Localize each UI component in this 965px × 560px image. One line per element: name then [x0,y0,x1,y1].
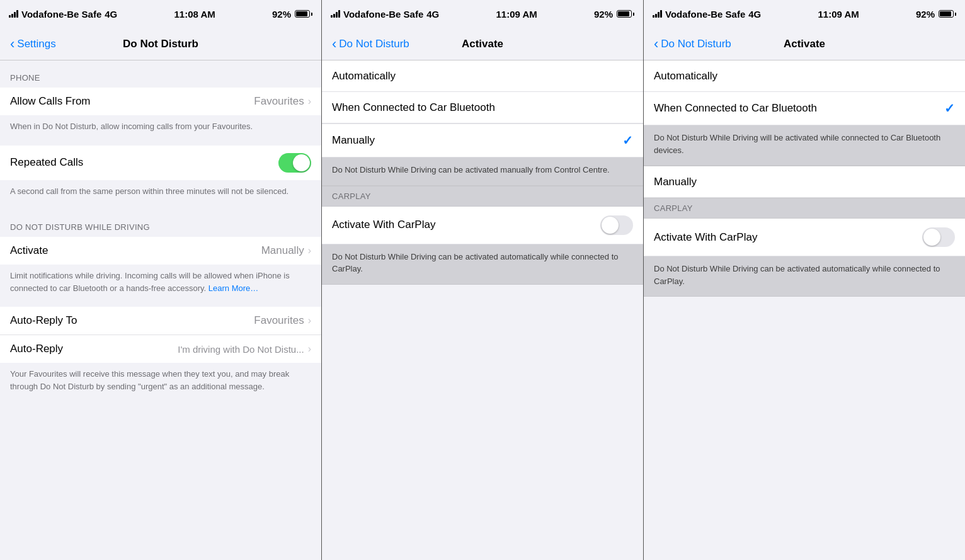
repeated-calls-desc: A second call from the same person withi… [0,180,321,210]
nav-title-2: Activate [462,38,503,50]
carplay-toggle-knob-2 [602,217,619,234]
auto-reply-label: Auto-Reply [10,343,63,355]
auto-reply-to-item[interactable]: Auto-Reply To Favourites › [0,307,321,335]
nav-bar-3: ‹ Do Not Disturb Activate [644,28,965,60]
signal-icon-2 [331,10,340,18]
back-label-3: Do Not Disturb [661,38,731,50]
screen1-content: PHONE Allow Calls From Favourites › When… [0,60,321,560]
carplay-label-3: Activate With CarPlay [654,231,757,244]
status-bar-2: Vodafone-Be Safe 4G 11:09 AM 92% [322,0,643,28]
carplay-desc-2: Do Not Disturb While Driving can be acti… [322,244,643,285]
options-list-3: Automatically When Connected to Car Blue… [644,60,965,125]
carrier-2: Vodafone-Be Safe [343,9,423,20]
status-bar-1: Vodafone-Be Safe 4G 11:08 AM 92% [0,0,321,28]
nav-title-3: Activate [784,38,825,50]
carplay-group-3: Activate With CarPlay [644,219,965,256]
carplay-section-label-2: CARPLAY [322,186,643,207]
option-manually-label-2: Manually [332,134,375,147]
carplay-toggle-knob-3 [923,229,940,246]
allow-calls-item[interactable]: Allow Calls From Favourites › [0,88,321,115]
option-automatically-3[interactable]: Automatically [644,60,965,92]
activate-chevron: › [308,245,311,256]
dnd-driving-label: DO NOT DISTURB WHILE DRIVING [0,210,321,237]
auto-reply-chevron: › [308,343,311,355]
repeated-calls-group: Repeated Calls [0,146,321,180]
nav-bar-1: ‹ Settings Do Not Disturb [0,28,321,60]
allow-calls-desc: When in Do Not Disturb, allow incoming c… [0,115,321,146]
carplay-label-2: Activate With CarPlay [332,219,435,231]
network-type-2: 4G [426,9,439,20]
allow-calls-val-text: Favourites [254,95,304,108]
option-manually-2[interactable]: Manually ✓ [322,124,643,157]
allow-calls-value: Favourites › [254,95,311,108]
network-type-1: 4G [105,9,117,20]
auto-reply-value: I'm driving with Do Not Distu... › [178,343,311,355]
battery-icon-3 [939,10,956,18]
auto-reply-group: Auto-Reply To Favourites › Auto-Reply I'… [0,307,321,363]
battery-icon-1 [295,10,312,18]
section-phone-label: PHONE [0,60,321,88]
options-group-3: Automatically When Connected to Car Blue… [644,60,965,198]
options-list-2: Automatically When Connected to Car Blue… [322,60,643,123]
learn-more-link[interactable]: Learn More… [208,283,258,293]
status-right-1: 92% [272,9,312,20]
activate-item[interactable]: Activate Manually › [0,237,321,265]
allow-calls-chevron: › [308,96,311,107]
back-button-3[interactable]: ‹ Do Not Disturb [654,36,731,52]
carrier-3: Vodafone-Be Safe [665,9,745,20]
battery-pct-1: 92% [272,9,291,20]
back-button-1[interactable]: ‹ Settings [10,36,56,52]
activate-val-text: Manually [261,244,304,257]
status-right-2: 92% [594,9,634,20]
back-chevron-1: ‹ [10,36,14,52]
back-button-2[interactable]: ‹ Do Not Disturb [332,36,409,52]
auto-reply-to-val: Favourites [254,314,304,327]
status-left-2: Vodafone-Be Safe 4G [331,9,439,20]
option-manually-label-3: Manually [654,176,697,188]
repeated-calls-item: Repeated Calls [0,146,321,180]
option-auto-label-3: Automatically [654,70,717,83]
manually-desc-2: Do Not Disturb While Driving can be acti… [322,157,643,186]
screen-3: Vodafone-Be Safe 4G 11:09 AM 92% ‹ Do No… [644,0,965,560]
options-group-2: Automatically When Connected to Car Blue… [322,60,643,186]
signal-icon [9,10,18,18]
status-left-1: Vodafone-Be Safe 4G [9,9,117,20]
back-chevron-3: ‹ [654,36,658,52]
activate-label: Activate [10,244,48,257]
nav-title-1: Do Not Disturb [123,38,198,50]
time-3: 11:09 AM [818,9,859,20]
manually-group-3: Manually [644,166,965,198]
battery-pct-2: 92% [594,9,613,20]
nav-bar-2: ‹ Do Not Disturb Activate [322,28,643,60]
option-bluetooth-3[interactable]: When Connected to Car Bluetooth ✓ [644,92,965,125]
screen3-content: Automatically When Connected to Car Blue… [644,60,965,560]
auto-reply-item[interactable]: Auto-Reply I'm driving with Do Not Distu… [0,335,321,363]
option-manually-3[interactable]: Manually [644,166,965,198]
carplay-section-label-3: CARPLAY [644,198,965,219]
screen2-content: Automatically When Connected to Car Blue… [322,60,643,560]
option-auto-label-2: Automatically [332,70,396,83]
activate-value: Manually › [261,244,311,257]
auto-reply-to-value: Favourites › [254,314,311,327]
screen-2: Vodafone-Be Safe 4G 11:09 AM 92% ‹ Do No… [322,0,644,560]
option-automatically-2[interactable]: Automatically [322,60,643,92]
bluetooth-desc-3: Do Not Disturb While Driving will be act… [644,125,965,166]
option-bluetooth-2[interactable]: When Connected to Car Bluetooth [322,92,643,123]
activate-group: Activate Manually › [0,237,321,265]
status-bar-3: Vodafone-Be Safe 4G 11:09 AM 92% [644,0,965,28]
screen-1: Vodafone-Be Safe 4G 11:08 AM 92% ‹ Setti… [0,0,322,560]
network-type-3: 4G [748,9,761,20]
carplay-toggle-3[interactable] [922,227,955,247]
battery-pct-3: 92% [916,9,935,20]
carplay-group-2: Activate With CarPlay [322,207,643,244]
battery-icon-2 [617,10,634,18]
manually-checkmark-2: ✓ [622,133,633,148]
carplay-item-3: Activate With CarPlay [644,219,965,256]
carplay-desc-3: Do Not Disturb While Driving can be acti… [644,256,965,297]
carplay-toggle-2[interactable] [600,215,633,235]
manually-group-2: Manually ✓ [322,123,643,157]
bluetooth-checkmark-3: ✓ [944,101,955,116]
toggle-knob [293,154,310,171]
repeated-calls-toggle[interactable] [278,153,311,173]
auto-reply-to-label: Auto-Reply To [10,314,77,327]
